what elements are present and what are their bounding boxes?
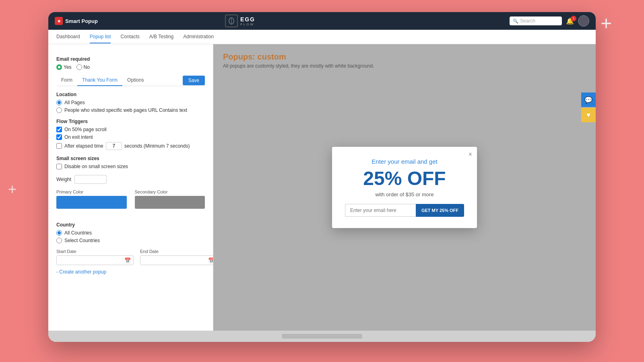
tab-thank-you-form[interactable]: Thank You Form	[77, 75, 122, 86]
weight-input[interactable]	[74, 175, 107, 184]
navbar: ★ Smart Popup EGG FLOW 🔍 Sea	[48, 12, 596, 30]
location-label: Location	[56, 92, 205, 97]
location-specific-label: People who visited specific web pages UR…	[64, 107, 187, 113]
chat-icon: 💬	[584, 96, 592, 104]
brand-icon: ★	[55, 17, 63, 25]
bell-badge: 1	[571, 16, 576, 21]
location-specific-radio[interactable]	[56, 107, 62, 113]
end-date-calendar-icon[interactable]: 📅	[206, 257, 213, 263]
save-button[interactable]: Save	[183, 76, 205, 85]
country-select-radio[interactable]	[56, 238, 62, 243]
end-date-input-row: 📅	[140, 255, 213, 265]
location-options: All Pages People who visited specific we…	[56, 100, 205, 113]
no-label: No	[84, 64, 90, 70]
popup-email-input[interactable]	[345, 204, 416, 217]
primary-color-swatch[interactable]	[56, 196, 127, 209]
location-section: Location All Pages People who visited sp…	[56, 92, 205, 113]
elapsed-time-input[interactable]	[106, 142, 122, 150]
location-specific-pages[interactable]: People who visited specific web pages UR…	[56, 107, 205, 113]
yes-radio-indicator	[56, 64, 62, 70]
brand-label: Smart Popup	[65, 18, 98, 24]
end-date-label: End Date	[140, 249, 213, 254]
trigger-50-scroll-checkbox[interactable]	[56, 127, 62, 132]
primary-color-label: Primary Color	[56, 189, 127, 194]
logo-subtext: FLOW	[240, 23, 255, 26]
notification-bell[interactable]: 🔔 1	[566, 17, 574, 25]
country-all[interactable]: All Countries	[56, 230, 205, 236]
left-panel: Email required Yes No Form	[48, 44, 213, 331]
disable-small-screen-label: Disable on small screen sizes	[64, 164, 128, 169]
sub-navigation: Dashboard Popup list Contacts A/B Testin…	[48, 30, 596, 44]
logo-text-block: EGG FLOW	[240, 16, 255, 26]
end-date-block: End Date 📅	[140, 249, 213, 265]
trigger-50-scroll-label: On 50% page scroll	[64, 127, 107, 132]
popup-close-button[interactable]: ×	[469, 151, 472, 158]
start-date-block: Start Date 📅	[56, 249, 134, 265]
weight-section: Weight	[56, 175, 205, 184]
location-all-pages[interactable]: All Pages	[56, 100, 205, 105]
subnav-administration[interactable]: Administration	[183, 34, 214, 43]
trigger-elapsed-prefix: After elapsed time	[64, 143, 103, 149]
avatar[interactable]	[578, 15, 589, 27]
logo-text: EGG	[240, 16, 255, 23]
weight-label: Weight	[56, 177, 71, 182]
country-select[interactable]: Select Countries	[56, 238, 205, 243]
subnav-dashboard[interactable]: Dashboard	[56, 34, 80, 43]
subnav-contacts[interactable]: Contacts	[120, 34, 139, 43]
heart-button[interactable]: ♥	[581, 108, 596, 122]
nav-right: 🔍 Search 🔔 1	[510, 15, 589, 27]
start-date-calendar-icon[interactable]: 📅	[122, 257, 133, 263]
trigger-exit-intent[interactable]: On exit intent	[56, 134, 205, 140]
end-date-input[interactable]	[140, 256, 206, 265]
email-required-no[interactable]: No	[76, 64, 90, 70]
start-date-label: Start Date	[56, 249, 134, 254]
popup-discount: 25% OFF	[345, 169, 464, 188]
tab-form[interactable]: Form	[56, 75, 77, 86]
popup-email-row: GET MY 25% OFF	[345, 204, 464, 217]
heart-icon: ♥	[586, 111, 590, 119]
subnav-ab-testing[interactable]: A/B Testing	[149, 34, 173, 43]
trigger-exit-intent-checkbox[interactable]	[56, 134, 62, 140]
no-radio-input[interactable]	[76, 64, 82, 70]
subnav-popup-list[interactable]: Popup list	[90, 34, 111, 43]
trigger-elapsed-checkbox[interactable]	[56, 143, 62, 149]
secondary-color-block: Secondary Color	[135, 189, 205, 209]
preview-header: Popups: custom All popups are customly s…	[213, 44, 596, 73]
chat-button[interactable]: 💬	[581, 93, 596, 107]
secondary-color-swatch[interactable]	[135, 196, 205, 209]
laptop-base	[48, 331, 596, 342]
trigger-elapsed-row: After elapsed time seconds (Minimum 7 se…	[56, 142, 205, 150]
popup-preview: × Enter your email and get 25% OFF with …	[332, 147, 477, 228]
country-label: Country	[56, 222, 205, 228]
date-section: Start Date 📅 End Date 📅	[56, 249, 205, 265]
color-section: Primary Color Secondary Color	[56, 189, 205, 209]
flow-triggers-section: Flow Triggers On 50% page scroll On exit…	[56, 119, 205, 150]
disable-small-screen-checkbox[interactable]	[56, 164, 62, 169]
create-another-popup-link[interactable]: - Create another popup	[56, 269, 205, 275]
side-actions: 💬 ♥	[581, 93, 596, 122]
tab-bar: Form Thank You Form Options Save	[56, 75, 205, 86]
small-screen-label: Small screen sizes	[56, 156, 205, 161]
preview-title: Popups: custom	[223, 52, 586, 62]
search-box[interactable]: 🔍 Search	[510, 16, 562, 25]
popup-cta-button[interactable]: GET MY 25% OFF	[416, 204, 464, 217]
email-required-yes[interactable]: Yes	[56, 64, 72, 70]
elapsed-suffix: seconds (Minimum 7 seconds)	[124, 143, 190, 149]
search-icon: 🔍	[513, 19, 518, 24]
laptop-trackpad	[282, 334, 362, 339]
email-required-radio-group: Yes No	[56, 64, 205, 70]
trigger-50-scroll[interactable]: On 50% page scroll	[56, 127, 205, 132]
logo: EGG FLOW	[225, 14, 255, 27]
tab-options[interactable]: Options	[122, 75, 149, 86]
country-select-label: Select Countries	[64, 238, 100, 243]
country-all-radio[interactable]	[56, 230, 62, 236]
country-all-label: All Countries	[64, 230, 92, 236]
search-placeholder: Search	[520, 18, 535, 24]
secondary-color-label: Secondary Color	[135, 189, 205, 194]
start-date-input[interactable]	[57, 256, 122, 265]
popup-headline: Enter your email and get	[345, 158, 464, 165]
preview-subtitle: All popups are customly styled, they are…	[223, 63, 586, 69]
disable-small-screen[interactable]: Disable on small screen sizes	[56, 164, 205, 169]
location-all-pages-radio[interactable]	[56, 100, 62, 105]
popup-condition: with order of $35 or more	[345, 191, 464, 197]
